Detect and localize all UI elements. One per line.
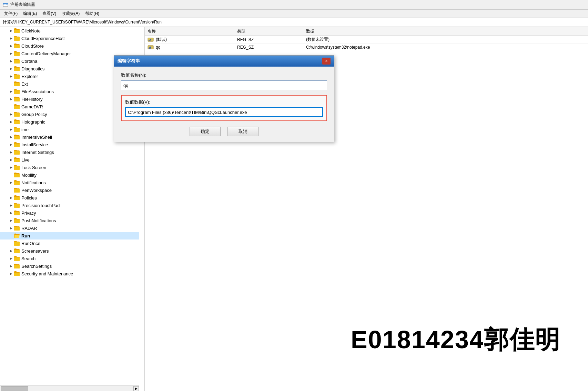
svg-rect-3 xyxy=(5,4,6,4)
tree-item-precisiontouchpad[interactable]: ▶ PrecisionTouchPad xyxy=(0,202,139,209)
tree-item-mobility[interactable]: ▶ Mobility xyxy=(0,171,139,179)
folder-icon xyxy=(14,28,20,33)
dialog-body: 数值名称(N): 数值数据(V): 确定 取消 xyxy=(114,67,334,142)
svg-rect-29 xyxy=(14,219,20,223)
tree-label: ime xyxy=(21,127,29,132)
svg-rect-2 xyxy=(4,4,4,4)
svg-rect-9 xyxy=(14,68,20,71)
h-scrollbar-thumb[interactable] xyxy=(1,386,28,391)
menu-bar: 文件(F) 编辑(E) 查看(V) 收藏夹(A) 帮助(H) xyxy=(0,10,588,18)
tree-label: PenWorkspace xyxy=(21,188,52,193)
tree-item-pushnotifications[interactable]: ▶ PushNotifications xyxy=(0,217,139,224)
arrow-icon: ▶ xyxy=(8,257,14,260)
arrow-icon: ▶ xyxy=(8,113,14,116)
arrow-icon: ▶ xyxy=(8,75,14,78)
svg-rect-26 xyxy=(14,197,20,200)
svg-rect-6 xyxy=(14,45,20,48)
svg-rect-21 xyxy=(14,159,20,162)
watermark-text: E01814234郭佳明 xyxy=(351,323,560,356)
tree-item-radar[interactable]: ▶ RADAR xyxy=(0,224,139,232)
tree-label: PushNotifications xyxy=(21,218,56,223)
arrow-icon: ▶ xyxy=(8,181,14,184)
tree-label: Security and Maintenance xyxy=(21,271,73,276)
tree-item-cloudstore[interactable]: ▶ CloudStore xyxy=(0,42,139,50)
folder-icon xyxy=(14,142,20,147)
col-header-type: 类型 xyxy=(237,28,306,34)
arrow-icon: ▶ xyxy=(8,150,14,154)
tree-item-penworkspace[interactable]: ▶ PenWorkspace xyxy=(0,186,139,194)
h-scroll-right[interactable]: ▶ xyxy=(133,386,139,391)
row1-name: (默认) xyxy=(156,37,167,42)
menu-favorites[interactable]: 收藏夹(A) xyxy=(59,10,82,17)
tree-label: Group Policy xyxy=(21,112,47,117)
tree-label: CloudStore xyxy=(21,43,44,49)
svg-rect-22 xyxy=(14,166,20,170)
tree-label: Privacy xyxy=(21,211,36,216)
arrow-icon: ▶ xyxy=(8,249,14,253)
folder-icon xyxy=(14,58,20,64)
table-header: 名称 类型 数据 xyxy=(145,27,588,36)
arrow-icon: ▶ xyxy=(8,37,14,40)
folder-icon xyxy=(14,43,20,49)
svg-rect-32 xyxy=(14,250,20,253)
svg-rect-23 xyxy=(14,174,20,177)
h-scrollbar[interactable]: ▶ xyxy=(0,385,139,391)
menu-help[interactable]: 帮助(H) xyxy=(82,10,102,17)
tree-item-notifications[interactable]: ▶ Notifications xyxy=(0,179,139,186)
svg-rect-8 xyxy=(14,60,20,63)
tree-item-policies[interactable]: ▶ Policies xyxy=(0,194,139,202)
dialog-name-input[interactable] xyxy=(121,80,327,90)
table-row[interactable]: ab (默认) REG_SZ (数值未设置) xyxy=(145,36,588,43)
tree-label: FileAssociations xyxy=(21,89,54,94)
tree-label: Policies xyxy=(21,195,37,201)
arrow-icon: ▶ xyxy=(8,196,14,199)
folder-icon xyxy=(14,225,20,231)
dialog-close-button[interactable]: × xyxy=(322,58,331,65)
tree-item-internetsettings[interactable]: ▶ Internet Settings xyxy=(0,148,139,156)
folder-icon xyxy=(14,134,20,140)
svg-rect-14 xyxy=(14,106,20,109)
tree-item-screensavers[interactable]: ▶ Screensavers xyxy=(0,247,139,255)
folder-icon xyxy=(14,66,20,71)
tree-item-lockscreen[interactable]: ▶ Lock Screen xyxy=(0,164,139,171)
svg-rect-35 xyxy=(14,273,20,276)
row1-type: REG_SZ xyxy=(237,37,306,42)
tree-item-cloudexperiencehost[interactable]: ▶ CloudExperienceHost xyxy=(0,35,139,42)
svg-rect-10 xyxy=(14,75,20,79)
tree-item-runonce[interactable]: ▶ RunOnce xyxy=(0,240,139,247)
tree-label: Lock Screen xyxy=(21,165,46,170)
tree-label: Search xyxy=(21,256,36,261)
arrow-icon: ▶ xyxy=(8,59,14,63)
arrow-icon: ▶ xyxy=(8,44,14,48)
row1-data: (数值未设置) xyxy=(306,37,585,42)
table-row[interactable]: ab qq REG_SZ C:\windows\system32\notepad… xyxy=(145,43,588,51)
tree-item-run[interactable]: ▶ Run xyxy=(0,232,139,240)
tree-label: Holographic xyxy=(21,119,45,125)
arrow-icon: ▶ xyxy=(8,226,14,230)
folder-icon xyxy=(14,172,20,178)
col-header-name: 名称 xyxy=(148,28,237,34)
arrow-icon: ▶ xyxy=(8,166,14,169)
tree-item-searchsettings[interactable]: ▶ SearchSettings xyxy=(0,262,139,270)
tree-item-securitymaintenance[interactable]: ▶ Security and Maintenance xyxy=(0,270,139,277)
tree-label: PrecisionTouchPad xyxy=(21,203,60,208)
menu-view[interactable]: 查看(V) xyxy=(40,10,59,17)
dialog-data-input[interactable] xyxy=(125,107,323,117)
svg-rect-27 xyxy=(14,204,20,208)
arrow-icon: ▶ xyxy=(8,264,14,268)
svg-rect-33 xyxy=(14,257,20,261)
tree-item-live[interactable]: ▶ Live xyxy=(0,156,139,164)
tree-item-privacy[interactable]: ▶ Privacy xyxy=(0,209,139,217)
svg-rect-17 xyxy=(14,128,20,132)
dialog-cancel-button[interactable]: 取消 xyxy=(227,127,258,136)
menu-edit[interactable]: 编辑(E) xyxy=(20,10,40,17)
dialog-ok-button[interactable]: 确定 xyxy=(190,127,221,136)
svg-rect-16 xyxy=(14,121,20,124)
menu-file[interactable]: 文件(F) xyxy=(1,10,20,17)
folder-icon xyxy=(14,74,20,79)
tree-item-clicknote[interactable]: ▶ ClickNote xyxy=(0,27,139,35)
svg-text:ab: ab xyxy=(149,46,151,49)
svg-rect-5 xyxy=(14,37,20,41)
tree-item-search[interactable]: ▶ Search xyxy=(0,255,139,262)
arrow-icon: ▶ xyxy=(8,135,14,139)
